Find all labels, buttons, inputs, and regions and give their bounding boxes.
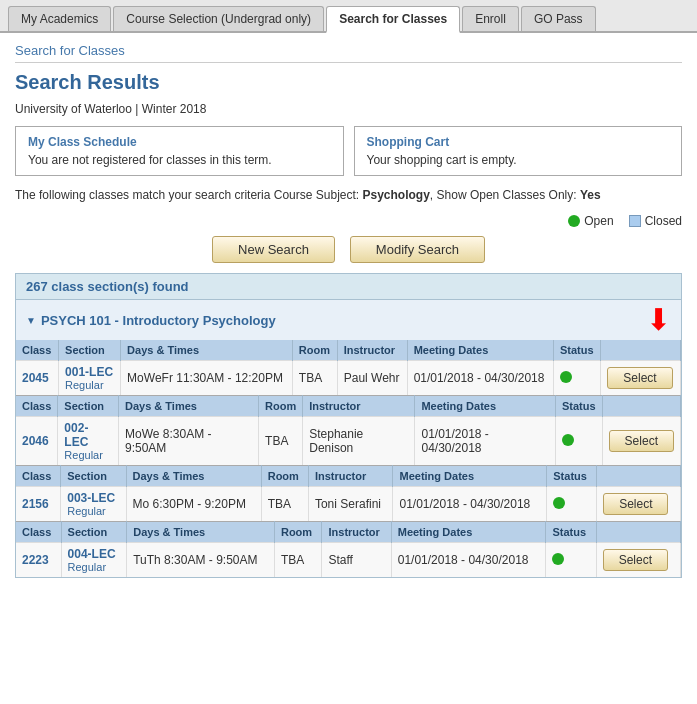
room: TBA xyxy=(261,487,308,522)
section-type: Regular xyxy=(65,379,114,391)
status-dot-icon xyxy=(552,553,564,565)
col-status: Status xyxy=(546,522,596,543)
class-number: 2046 xyxy=(16,417,58,466)
table-row: 2046 002-LEC Regular MoWe 8:30AM - 9:50A… xyxy=(16,417,681,466)
tab-course-selection[interactable]: Course Selection (Undergrad only) xyxy=(113,6,324,31)
tab-search-for-classes[interactable]: Search for Classes xyxy=(326,6,460,33)
tab-enroll[interactable]: Enroll xyxy=(462,6,519,31)
modify-search-button[interactable]: Modify Search xyxy=(350,236,485,263)
col-class: Class xyxy=(16,396,58,417)
col-class: Class xyxy=(16,466,61,487)
tab-my-academics[interactable]: My Academics xyxy=(8,6,111,31)
column-header-row: Class Section Days & Times Room Instruct… xyxy=(16,522,681,543)
info-boxes: My Class Schedule You are not registered… xyxy=(15,126,682,176)
days-times: TuTh 8:30AM - 9:50AM xyxy=(127,543,275,578)
shopping-cart-title[interactable]: Shopping Cart xyxy=(367,135,670,149)
class-link[interactable]: 2223 xyxy=(22,553,49,567)
col-days-times: Days & Times xyxy=(126,466,261,487)
course-header: ▼ PSYCH 101 - Introductory Psychology ⬇ xyxy=(16,300,681,340)
section-type: Regular xyxy=(67,505,119,517)
class-link[interactable]: 2046 xyxy=(22,434,49,448)
my-class-schedule-title[interactable]: My Class Schedule xyxy=(28,135,331,149)
legend: Open Closed xyxy=(15,214,682,228)
section-type: Regular xyxy=(68,561,121,573)
my-class-schedule-box: My Class Schedule You are not registered… xyxy=(15,126,344,176)
col-instructor: Instructor xyxy=(303,396,415,417)
class-number: 2045 xyxy=(16,361,59,396)
collapse-icon[interactable]: ▼ xyxy=(26,315,36,326)
search-criteria: The following classes match your search … xyxy=(15,188,682,202)
col-action xyxy=(596,522,680,543)
tab-go-pass[interactable]: GO Pass xyxy=(521,6,596,31)
red-arrow-icon: ⬇ xyxy=(646,303,671,336)
tabs-bar: My Academics Course Selection (Undergrad… xyxy=(0,0,697,33)
section-code: 001-LEC xyxy=(65,365,114,379)
days-times: MoWe 8:30AM - 9:50AM xyxy=(119,417,259,466)
col-meeting-dates: Meeting Dates xyxy=(407,340,553,361)
meeting-dates: 01/01/2018 - 04/30/2018 xyxy=(415,417,556,466)
shopping-cart-box: Shopping Cart Your shopping cart is empt… xyxy=(354,126,683,176)
section-info: 001-LEC Regular xyxy=(59,361,121,396)
section-code: 003-LEC xyxy=(67,491,119,505)
col-days-times: Days & Times xyxy=(121,340,293,361)
closed-dot-icon xyxy=(629,215,641,227)
select-button[interactable]: Select xyxy=(607,367,672,389)
col-instructor: Instructor xyxy=(322,522,391,543)
col-section: Section xyxy=(58,396,119,417)
col-class: Class xyxy=(16,340,59,361)
instructor: Paul Wehr xyxy=(337,361,407,396)
section-table-4: Class Section Days & Times Room Instruct… xyxy=(16,521,681,577)
col-meeting-dates: Meeting Dates xyxy=(415,396,556,417)
instructor: Staff xyxy=(322,543,391,578)
status xyxy=(553,361,600,396)
col-meeting-dates: Meeting Dates xyxy=(391,522,546,543)
col-meeting-dates: Meeting Dates xyxy=(393,466,547,487)
days-times: Mo 6:30PM - 9:20PM xyxy=(126,487,261,522)
status xyxy=(555,417,602,466)
page-subtitle: Search for Classes xyxy=(15,43,682,58)
col-days-times: Days & Times xyxy=(127,522,275,543)
open-label: Open xyxy=(584,214,613,228)
col-instructor: Instructor xyxy=(308,466,393,487)
status xyxy=(547,487,597,522)
room: TBA xyxy=(292,361,337,396)
section-info: 003-LEC Regular xyxy=(61,487,126,522)
col-room: Room xyxy=(261,466,308,487)
meeting-dates: 01/01/2018 - 04/30/2018 xyxy=(407,361,553,396)
table-row: 2156 003-LEC Regular Mo 6:30PM - 9:20PM … xyxy=(16,487,681,522)
class-number: 2156 xyxy=(16,487,61,522)
meeting-dates: 01/01/2018 - 04/30/2018 xyxy=(391,543,546,578)
col-section: Section xyxy=(61,466,126,487)
closed-label: Closed xyxy=(645,214,682,228)
column-header-row: Class Section Days & Times Room Instruct… xyxy=(16,340,681,361)
class-link[interactable]: 2045 xyxy=(22,371,49,385)
search-buttons: New Search Modify Search xyxy=(15,236,682,263)
col-section: Section xyxy=(61,522,127,543)
select-button[interactable]: Select xyxy=(609,430,674,452)
section-code: 002-LEC xyxy=(64,421,112,449)
col-days-times: Days & Times xyxy=(119,396,259,417)
col-room: Room xyxy=(292,340,337,361)
section-info: 002-LEC Regular xyxy=(58,417,119,466)
instructor: Toni Serafini xyxy=(308,487,393,522)
course-name: PSYCH 101 - Introductory Psychology xyxy=(41,313,276,328)
status-dot-icon xyxy=(562,434,574,446)
room: TBA xyxy=(274,543,322,578)
table-row: 2223 004-LEC Regular TuTh 8:30AM - 9:50A… xyxy=(16,543,681,578)
university-label: University of Waterloo | Winter 2018 xyxy=(15,102,682,116)
section-table-2: Class Section Days & Times Room Instruct… xyxy=(16,395,681,465)
section-info: 004-LEC Regular xyxy=(61,543,127,578)
column-header-row: Class Section Days & Times Room Instruct… xyxy=(16,466,681,487)
new-search-button[interactable]: New Search xyxy=(212,236,335,263)
status-dot-icon xyxy=(553,497,565,509)
class-number: 2223 xyxy=(16,543,61,578)
select-button[interactable]: Select xyxy=(603,549,668,571)
select-button[interactable]: Select xyxy=(603,493,668,515)
status xyxy=(546,543,596,578)
class-link[interactable]: 2156 xyxy=(22,497,49,511)
course-group: ▼ PSYCH 101 - Introductory Psychology ⬇ … xyxy=(15,300,682,578)
col-action xyxy=(601,340,681,361)
results-header: 267 class section(s) found xyxy=(15,273,682,300)
col-status: Status xyxy=(547,466,597,487)
my-class-schedule-body: You are not registered for classes in th… xyxy=(28,153,331,167)
